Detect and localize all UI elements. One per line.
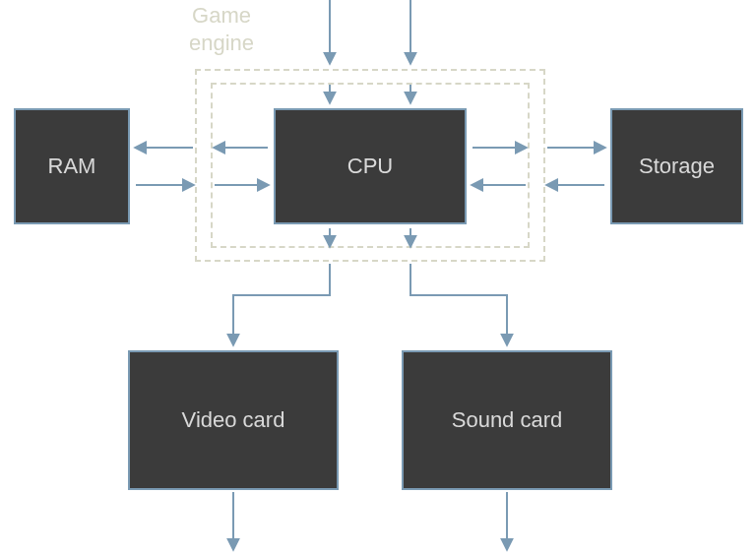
storage-label: Storage xyxy=(639,154,715,179)
arrow-to-video xyxy=(233,264,330,344)
storage-box: Storage xyxy=(610,108,743,224)
ram-label: RAM xyxy=(48,154,96,179)
cpu-box: CPU xyxy=(274,108,467,224)
cpu-label: CPU xyxy=(347,154,393,179)
game-engine-title: Gameengine xyxy=(153,2,290,56)
arrows-layer xyxy=(0,0,756,556)
sound-card-label: Sound card xyxy=(452,407,563,433)
video-card-label: Video card xyxy=(182,407,285,433)
video-card-box: Video card xyxy=(128,350,339,490)
diagram-canvas: Gameengine RAM CPU Storage Video card So… xyxy=(0,0,756,556)
arrow-to-sound xyxy=(410,264,507,344)
ram-box: RAM xyxy=(14,108,130,224)
sound-card-box: Sound card xyxy=(402,350,612,490)
game-engine-title-text: Gameengine xyxy=(189,3,254,55)
